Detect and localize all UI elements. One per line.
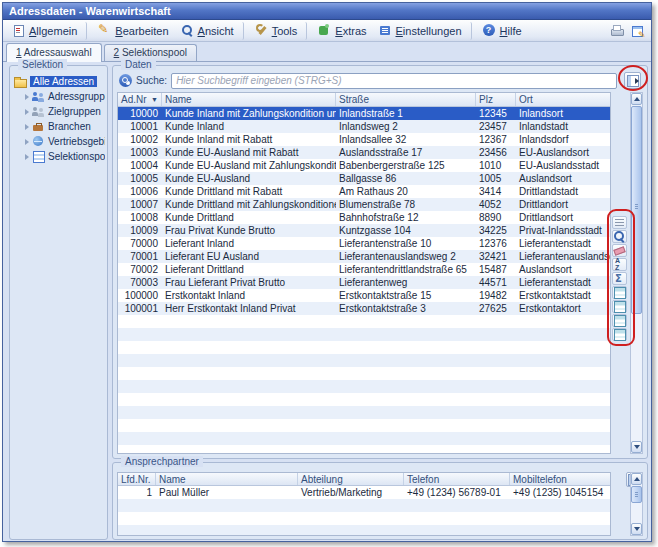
address-row[interactable]: 10004 Kunde EU-Ausland mit Zahlungskondi… xyxy=(118,159,610,172)
column-header[interactable]: Mobiltelefon xyxy=(510,473,610,485)
tree-item[interactable]: Branchen xyxy=(14,119,105,134)
expand-arrow-icon[interactable] xyxy=(25,154,29,160)
cell-plz: 12376 xyxy=(476,237,516,250)
cell-name: Kunde Drittland xyxy=(162,211,336,224)
column-header[interactable]: Plz xyxy=(476,93,516,106)
menu-item[interactable]: Allgemein xyxy=(6,22,87,40)
title-bar[interactable]: Adressdaten - Warenwirtschaft xyxy=(3,3,651,20)
table-tool-button[interactable] xyxy=(612,314,627,327)
cell-adnr: 100001 xyxy=(118,302,162,315)
selection-tree: Alle Adressen Adressgruppen Zielgruppen xyxy=(14,74,105,537)
table4-icon xyxy=(613,328,626,341)
address-row[interactable]: 10002 Kunde Inland mit Rabatt Inlandsall… xyxy=(118,133,610,146)
table-tool-button[interactable] xyxy=(612,272,627,285)
table-tool-button[interactable] xyxy=(612,244,627,257)
cell-name: Kunde Inland xyxy=(162,120,336,133)
column-header[interactable]: Ort xyxy=(516,93,610,106)
expand-arrow-icon[interactable] xyxy=(25,124,29,130)
table-tool-button[interactable] xyxy=(612,328,627,341)
scroll-track[interactable] xyxy=(631,485,642,523)
address-row[interactable]: 10007 Kunde Drittland mit Zahlungskondit… xyxy=(118,198,610,211)
menu-item[interactable]: Hilfe xyxy=(477,22,528,40)
cell-ort: Privat-Inlandsstadt xyxy=(516,224,610,237)
column-header[interactable]: Name xyxy=(156,473,298,485)
scroll-up-button[interactable] xyxy=(631,473,642,485)
column-header[interactable]: Lfd.Nr. xyxy=(118,473,156,485)
sort-indicator-icon[interactable]: ▼ xyxy=(151,96,158,104)
contact-row[interactable]: 1 Paul Müller Vertrieb/Marketing +49 (12… xyxy=(118,486,610,499)
table-tool-button[interactable] xyxy=(612,286,627,299)
cell-ort: EU-Auslandsort xyxy=(516,146,610,159)
column-header[interactable]: Telefon xyxy=(404,473,510,485)
address-row[interactable]: 10000 Kunde Inland mit Zahlungskondition… xyxy=(118,107,610,120)
empty-row xyxy=(118,432,610,445)
column-header[interactable]: Name xyxy=(162,93,336,106)
column-chooser-icon xyxy=(626,74,639,87)
scroll-thumb[interactable] xyxy=(631,486,642,503)
cell-ort: Drittlandort xyxy=(516,198,610,211)
tree-item-alle-adressen[interactable]: Alle Adressen xyxy=(14,74,105,89)
cell-adnr: 70001 xyxy=(118,250,162,263)
expand-arrow-icon[interactable] xyxy=(25,94,29,100)
vertical-scrollbar[interactable] xyxy=(630,472,643,536)
address-row[interactable]: 70001 Lieferant EU Ausland Lieferantenau… xyxy=(118,250,610,263)
menu-item[interactable]: Einstellungen xyxy=(373,22,472,40)
cell-adnr: 10007 xyxy=(118,198,162,211)
toolbar-button[interactable] xyxy=(628,22,646,40)
menu-item-label: Bearbeiten xyxy=(115,25,168,37)
menu-item-label: Tools xyxy=(272,25,298,37)
arrow-down-icon xyxy=(634,527,640,531)
magnifier-icon xyxy=(613,230,626,243)
cell-ort: Erstkontaktort xyxy=(516,302,610,315)
menu-item[interactable]: Extras xyxy=(312,22,372,40)
cell-abteilung: Vertrieb/Marketing xyxy=(298,486,404,499)
vertical-scrollbar[interactable] xyxy=(630,92,643,454)
menu-item[interactable]: Bearbeiten xyxy=(92,22,174,40)
column-chooser-button[interactable] xyxy=(624,72,641,89)
column-header[interactable]: Abteilung xyxy=(298,473,404,485)
report-design-icon xyxy=(631,24,644,37)
address-row[interactable]: 10006 Kunde Drittland mit Rabatt Am Rath… xyxy=(118,185,610,198)
scroll-down-button[interactable] xyxy=(631,523,642,535)
tree-item[interactable]: Selektionspools xyxy=(14,149,105,164)
cell-strasse: Kuntzgasse 104 xyxy=(336,224,476,237)
table-tool-button[interactable] xyxy=(612,230,627,243)
scroll-down-button[interactable] xyxy=(631,441,642,453)
cell-plz: 34225 xyxy=(476,224,516,237)
address-row[interactable]: 10005 Kunde EU-Ausland Ballgasse 86 1005… xyxy=(118,172,610,185)
sigma-icon xyxy=(613,272,626,285)
address-row[interactable]: 100000 Erstkontakt Inland Erstkontaktstr… xyxy=(118,289,610,302)
empty-row xyxy=(118,328,610,341)
search-input[interactable] xyxy=(171,73,617,89)
address-row[interactable]: 70000 Lieferant Inland Lieferantenstraße… xyxy=(118,237,610,250)
address-row[interactable]: 10001 Kunde Inland Inlandsweg 2 23457 In… xyxy=(118,120,610,133)
cell-plz: 23457 xyxy=(476,120,516,133)
cell-ort: Auslandsort xyxy=(516,263,610,276)
cell-name: Herr Erstkontakt Inland Privat xyxy=(162,302,336,315)
tree-item-label: Vertriebsgebiete xyxy=(48,136,105,147)
address-table: Ad.Nr Name Straße Plz Ort ▼ 10000 Kunde … xyxy=(117,92,611,454)
tree-item[interactable]: Vertriebsgebiete xyxy=(14,134,105,149)
tree-item[interactable]: Adressgruppen xyxy=(14,89,105,104)
address-row[interactable]: 70002 Lieferant Drittland Lieferantendri… xyxy=(118,263,610,276)
scroll-thumb[interactable] xyxy=(631,106,642,314)
address-row[interactable]: 10008 Kunde Drittland Bahnhofstraße 12 8… xyxy=(118,211,610,224)
tree-item[interactable]: Zielgruppen xyxy=(14,104,105,119)
address-row[interactable]: 70003 Frau Lieferant Privat Brutto Liefe… xyxy=(118,276,610,289)
scroll-up-button[interactable] xyxy=(631,93,642,105)
toolbar-button[interactable] xyxy=(607,22,625,40)
menu-item[interactable]: Tools xyxy=(249,22,308,40)
ansprechpartner-panel: Ansprechpartner Lfd.Nr. Name Abteilung T… xyxy=(112,462,648,540)
table-tool-button[interactable] xyxy=(612,258,627,271)
menu-item[interactable]: Ansicht xyxy=(175,22,244,40)
address-row[interactable]: 100001 Herr Erstkontakt Inland Privat Er… xyxy=(118,302,610,315)
address-row[interactable]: 10009 Frau Privat Kunde Brutto Kuntzgass… xyxy=(118,224,610,237)
expand-arrow-icon[interactable] xyxy=(25,139,29,145)
column-header[interactable]: Straße xyxy=(336,93,476,106)
address-row[interactable]: 10003 Kunde EU-Ausland mit Rabatt Auslan… xyxy=(118,146,610,159)
menu-items: Allgemein Bearbeiten Ansicht Tools xyxy=(6,20,528,41)
expand-arrow-icon[interactable] xyxy=(25,109,29,115)
scroll-track[interactable] xyxy=(631,105,642,441)
table-tool-button[interactable] xyxy=(612,300,627,313)
table-tool-button[interactable] xyxy=(612,216,627,229)
